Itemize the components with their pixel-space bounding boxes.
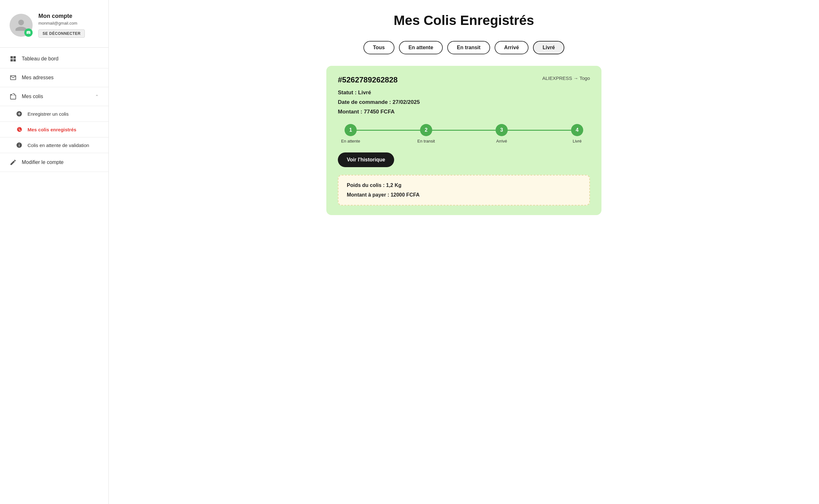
camera-badge[interactable] [24,28,33,37]
status-label: Statut : [338,89,357,96]
route-to: Togo [579,75,590,81]
step-label-2: En transit [417,139,435,143]
sub-nav-colis: Enregistrer un colis Mes colis enregistr… [0,106,108,153]
progress-line [349,130,578,131]
card-date: Date de commande : 27/02/2025 [338,99,590,105]
user-info: Mon compte monmail@gmail.com SE DÉCONNEC… [38,13,85,38]
user-name: Mon compte [38,13,85,19]
date-value: 27/02/2025 [393,99,420,105]
sidebar-item-pending-colis[interactable]: Colis en attente de validation [0,137,108,153]
sidebar: Mon compte monmail@gmail.com SE DÉCONNEC… [0,0,109,504]
filter-tab-all[interactable]: Tous [363,41,394,54]
amount-value: 77450 FCFA [364,109,394,115]
weight-row: Poids du colis : 1,2 Kg [347,182,581,188]
sidebar-item-modify-account[interactable]: Modifier le compte [0,153,108,172]
avatar [10,14,33,37]
weight-label: Poids du colis : [347,182,385,188]
step-2: 2 En transit [413,124,439,143]
route-arrow: → [573,75,578,81]
filter-tab-en-attente[interactable]: En attente [399,41,443,54]
route-from: ALIEXPRESS [542,75,572,81]
step-3: 3 Arrivé [489,124,514,143]
modify-account-label: Modifier le compte [22,159,99,165]
weight-value: 1,2 Kg [386,182,402,188]
chevron-up-icon: ⌃ [95,94,99,99]
dashboard-icon [10,55,17,62]
register-colis-label: Enregistrer un colis [27,111,68,117]
filter-tab-en-transit[interactable]: En transit [447,41,490,54]
sidebar-item-addresses[interactable]: Mes adresses [0,68,108,87]
sidebar-item-register-colis[interactable]: Enregistrer un colis [0,106,108,122]
payment-label: Montant à payer : [347,192,389,198]
page-title: Mes Colis Enregistrés [128,13,800,28]
details-box: Poids du colis : 1,2 Kg Montant à payer … [338,175,590,205]
step-label-1: En attente [341,139,360,143]
amount-label: Montant : [338,109,362,115]
step-4: 4 Livré [564,124,590,143]
filter-tab-livre[interactable]: Livré [533,41,564,54]
package-card: #5262789262828 ALIEXPRESS → Togo Statut … [326,66,601,215]
history-icon [16,126,22,133]
step-circle-3: 3 [495,124,508,136]
step-circle-4: 4 [571,124,583,136]
filter-tabs: Tous En attente En transit Arrivé Livré [128,41,800,54]
edit-icon [10,159,17,166]
date-label: Date de commande : [338,99,391,105]
step-circle-1: 1 [345,124,357,136]
card-status: Statut : Livré [338,89,590,96]
plus-circle-icon [16,111,22,117]
step-1: 1 En attente [338,124,363,143]
status-value: Livré [358,89,371,96]
progress-steps: 1 En attente 2 En transit 3 Arrivé 4 Liv… [338,124,590,143]
history-button[interactable]: Voir l'historique [338,152,394,167]
sidebar-item-colis[interactable]: Mes colis ⌃ [0,87,108,106]
payment-value: 12000 FCFA [391,192,420,198]
colis-icon [10,93,17,100]
sidebar-addresses-label: Mes adresses [22,75,99,81]
step-label-3: Arrivé [496,139,507,143]
user-email: monmail@gmail.com [38,21,85,26]
card-amount: Montant : 77450 FCFA [338,109,590,115]
logout-button[interactable]: SE DÉCONNECTER [38,29,85,38]
tracking-number: #5262789262828 [338,75,398,84]
filter-tab-arrive[interactable]: Arrivé [495,41,528,54]
main-content: Mes Colis Enregistrés Tous En attente En… [109,0,819,504]
sidebar-item-dashboard[interactable]: Tableau de bord [0,50,108,68]
step-label-4: Livré [573,139,581,143]
sidebar-item-my-colis[interactable]: Mes colis enregistrés [0,122,108,137]
payment-row: Montant à payer : 12000 FCFA [347,192,581,198]
pending-icon [16,142,22,148]
card-header: #5262789262828 ALIEXPRESS → Togo [338,75,590,84]
sidebar-colis-label: Mes colis [22,94,90,99]
route: ALIEXPRESS → Togo [542,75,590,81]
sidebar-divider [0,47,108,48]
sidebar-dashboard-label: Tableau de bord [22,56,99,62]
user-section: Mon compte monmail@gmail.com SE DÉCONNEC… [0,10,108,47]
address-icon [10,74,17,81]
step-circle-2: 2 [420,124,432,136]
pending-colis-label: Colis en attente de validation [27,143,89,148]
progress-line-fill [349,130,578,131]
my-colis-label: Mes colis enregistrés [27,127,76,132]
